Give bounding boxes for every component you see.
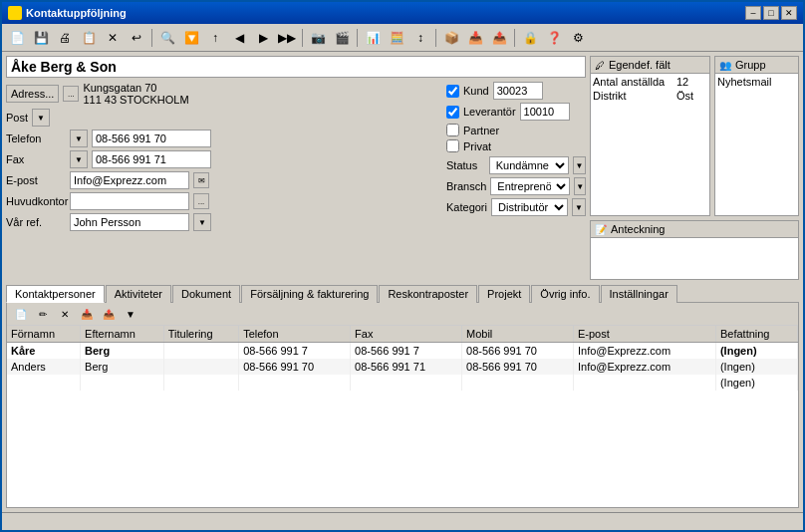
cell-epost-0: Info@Exprezz.com	[573, 343, 715, 360]
right-panel: 🖊 Egendef. fält Antal anställda 12 Distr…	[590, 56, 799, 280]
toolbar-new[interactable]: 📄	[6, 27, 28, 49]
tab-ovrig[interactable]: Övrig info.	[531, 285, 599, 303]
cell-fax-0: 08-566 991 7	[351, 343, 462, 360]
tab-dropdown-btn[interactable]: ▼	[121, 305, 140, 323]
maximize-button[interactable]: □	[763, 6, 779, 20]
anteckning-header: 📝 Anteckning	[591, 221, 798, 238]
toolbar-separator-2	[302, 29, 303, 47]
anteckning-textarea[interactable]	[591, 238, 798, 279]
partner-checkbox[interactable]	[446, 124, 459, 136]
epost-send-btn[interactable]: ✉	[193, 172, 209, 188]
toolbar-help[interactable]: ❓	[543, 27, 565, 49]
toolbar-photo[interactable]: 📷	[307, 27, 329, 49]
partner-row: Partner	[446, 124, 586, 136]
tab-installningar[interactable]: Inställningar	[601, 285, 677, 303]
bransch-select[interactable]: Entreprenör	[490, 177, 570, 195]
toolbar-save[interactable]: 💾	[30, 27, 52, 49]
egendef-row-0: Antal anställda 12	[593, 76, 707, 88]
tab-edit-btn[interactable]: ✏	[33, 305, 53, 323]
title-bar-buttons: – □ ✕	[745, 6, 797, 20]
tab-delete-btn[interactable]: ✕	[55, 305, 75, 323]
toolbar-calc[interactable]: 🧮	[386, 27, 407, 49]
toolbar-lock[interactable]: 🔒	[519, 27, 541, 49]
status-dropdown-btn[interactable]: ▼	[573, 156, 586, 174]
toolbar-prev[interactable]: ◀	[228, 27, 250, 49]
toolbar-settings[interactable]: ⚙	[567, 27, 589, 49]
egendef-icon: 🖊	[595, 60, 605, 71]
post-row: Post ▼	[6, 109, 438, 127]
kategori-dropdown-btn[interactable]: ▼	[572, 198, 586, 216]
tab-dokument[interactable]: Dokument	[172, 285, 240, 303]
contacts-table: Förnamn Efternamn Titulering Telefon Fax…	[7, 326, 798, 391]
epost-input[interactable]	[70, 171, 189, 189]
col-befattning: Befattning	[715, 326, 797, 343]
kund-number[interactable]	[493, 82, 543, 100]
toolbar-sort[interactable]: ↕	[409, 27, 431, 49]
toolbar-up[interactable]: ↑	[204, 27, 226, 49]
kategori-row: Kategori Distributör ▼	[446, 198, 586, 216]
status-row: Status Kundämne ▼	[446, 156, 586, 174]
address-extra-btn[interactable]: ...	[63, 86, 79, 102]
tab-kontaktpersoner[interactable]: Kontaktpersoner	[6, 285, 105, 303]
tab-aktiviteter[interactable]: Aktiviteter	[106, 285, 171, 303]
col-fax: Fax	[351, 326, 462, 343]
grupp-content: Nyhetsmail	[715, 74, 798, 215]
status-select[interactable]: Kundämne	[489, 156, 569, 174]
toolbar-filter[interactable]: 🔽	[180, 27, 202, 49]
varref-input[interactable]	[70, 213, 189, 231]
toolbar-media[interactable]: 🎬	[331, 27, 353, 49]
cell-befattning-0: (Ingen)	[715, 343, 797, 360]
toolbar-send[interactable]: 📤	[488, 27, 510, 49]
varref-dropdown[interactable]: ▼	[193, 213, 211, 231]
fax-input[interactable]	[92, 150, 211, 168]
col-titulering: Titulering	[163, 326, 238, 343]
privat-checkbox[interactable]	[446, 139, 459, 152]
tab-bar: Kontaktpersoner Aktiviteter Dokument För…	[6, 284, 799, 302]
tabs-area: Kontaktpersoner Aktiviteter Dokument För…	[6, 284, 799, 508]
kund-checkbox[interactable]	[446, 85, 459, 98]
tab-projekt[interactable]: Projekt	[478, 285, 530, 303]
table-row[interactable]: Kåre Berg 08-566 991 7 08-566 991 7 08-5…	[7, 343, 798, 360]
table-row[interactable]: Anders Berg 08-566 991 70 08-566 991 71 …	[7, 359, 798, 375]
table-row[interactable]: (Ingen)	[7, 375, 798, 391]
bransch-label: Bransch	[446, 180, 486, 192]
bransch-dropdown-btn[interactable]: ▼	[574, 177, 586, 195]
toolbar-last[interactable]: ▶▶	[276, 27, 298, 49]
cell-titulering-0	[163, 343, 238, 360]
tab-import-btn[interactable]: 📥	[77, 305, 97, 323]
toolbar-export[interactable]: 📦	[440, 27, 462, 49]
toolbar-print[interactable]: 🖨	[54, 27, 76, 49]
toolbar-delete[interactable]: ✕	[102, 27, 124, 49]
huvudkontor-input[interactable]	[70, 192, 189, 210]
status-bar	[2, 512, 803, 530]
tab-new-btn[interactable]: 📄	[11, 305, 31, 323]
telefon-input[interactable]	[92, 130, 211, 147]
tab-export-btn[interactable]: 📤	[99, 305, 119, 323]
address-button[interactable]: Adress...	[6, 85, 59, 103]
toolbar-next[interactable]: ▶	[252, 27, 274, 49]
fax-type-dropdown[interactable]: ▼	[70, 150, 88, 168]
toolbar-copy[interactable]: 📋	[78, 27, 100, 49]
col-telefon: Telefon	[239, 326, 351, 343]
tab-forsaljning[interactable]: Försäljning & fakturering	[241, 285, 378, 303]
toolbar-search[interactable]: 🔍	[156, 27, 178, 49]
telefon-type-dropdown[interactable]: ▼	[70, 130, 88, 147]
close-button[interactable]: ✕	[781, 6, 797, 20]
toolbar-import[interactable]: 📥	[464, 27, 486, 49]
form-area: Adress... ... Kungsgatan 70 111 43 STOCK…	[6, 82, 586, 234]
epost-row: E-post ✉	[6, 171, 438, 189]
leverantor-checkbox[interactable]	[446, 106, 459, 119]
toolbar-chart[interactable]: 📊	[362, 27, 384, 49]
tab-reskontraposter[interactable]: Reskontraposter	[379, 285, 477, 303]
minimize-button[interactable]: –	[745, 6, 761, 20]
leverantor-number[interactable]	[520, 103, 570, 121]
app-icon	[8, 6, 22, 20]
company-name-input[interactable]	[6, 56, 586, 78]
huvudkontor-btn[interactable]: ...	[193, 193, 209, 209]
cell-efternamn-2	[81, 375, 164, 391]
toolbar-undo[interactable]: ↩	[126, 27, 147, 49]
post-dropdown[interactable]: ▼	[32, 109, 50, 127]
right-top: 🖊 Egendef. fält Antal anställda 12 Distr…	[590, 56, 799, 280]
kategori-select[interactable]: Distributör	[491, 198, 568, 216]
varref-row: Vår ref. ▼	[6, 213, 438, 231]
